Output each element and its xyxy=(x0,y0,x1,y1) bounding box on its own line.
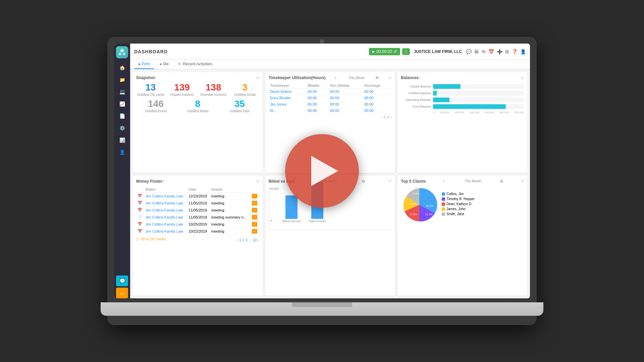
mf-action-button[interactable]: ⤢ xyxy=(252,215,257,220)
snapshot-expand-icon[interactable]: ⤢ xyxy=(256,76,259,80)
sidebar-icon-analytics[interactable]: 📊 xyxy=(116,135,128,145)
mf-row-matter[interactable]: Jim Collins-Family Law xyxy=(144,206,187,214)
money-finder-info-icon[interactable]: ℹ xyxy=(162,179,164,183)
sidebar-icon-chat[interactable]: 💬 xyxy=(116,276,128,286)
mf-row-matter[interactable]: Jim Collins-Family Law xyxy=(144,228,187,235)
snapshot-unbilled-notes[interactable]: 8 Unbilled Notes xyxy=(178,99,217,113)
tk-nonbillable[interactable]: 00:00 xyxy=(329,95,363,101)
snapshot-unbilled-task[interactable]: 35 Unbilled Task xyxy=(220,99,259,113)
mf-row-btn[interactable]: ⤢ xyxy=(251,228,259,235)
unbilled-event-value: 146 xyxy=(136,99,175,109)
timer-play-icon: ▶ xyxy=(372,50,375,53)
unbilled-email-label: Unbilled Email xyxy=(230,93,259,97)
sidebar-icon-chart[interactable]: 📈 xyxy=(116,99,128,109)
tab-recent[interactable]: ↻ Recent Activities xyxy=(174,60,216,69)
pg-3[interactable]: 3 xyxy=(246,238,248,242)
tk-billable[interactable]: 00:00 xyxy=(306,95,329,101)
mf-row-btn[interactable]: ⤢ xyxy=(251,221,259,228)
mf-row-matter[interactable]: Jim Collins-Family Law xyxy=(144,221,187,228)
bar-chart-settings-icon[interactable]: ⚙ xyxy=(362,179,365,184)
tab-firm[interactable]: ● Firm xyxy=(134,60,154,69)
tk-nocharge[interactable]: 00:00 xyxy=(363,101,391,108)
table-row: David Seltzer 00:00 00:00 00:00 xyxy=(269,88,392,95)
tk-billable[interactable]: 00:00 xyxy=(306,88,329,95)
calendar-icon[interactable]: 📅 xyxy=(488,49,494,54)
timekeeper-expand-icon[interactable]: ⤢ xyxy=(388,76,391,80)
timekeeper-table: Timekeeper Billable Non Billable Nocharg… xyxy=(269,83,392,114)
tab-me[interactable]: ● Me xyxy=(155,60,173,69)
overdue-inv-label: Overdue Invoices xyxy=(199,93,228,97)
svg-point-1 xyxy=(119,53,121,55)
mf-action-button[interactable]: ⤢ xyxy=(252,201,257,205)
tk-nonbillable[interactable]: 00:00 xyxy=(329,101,363,108)
mf-row-btn[interactable]: ⤢ xyxy=(251,192,259,199)
mf-action-button[interactable]: ⤢ xyxy=(252,194,257,198)
pg-10[interactable]: 10 xyxy=(253,238,257,242)
mf-row-matter[interactable]: Jim Collins-Family Law xyxy=(144,199,187,206)
balances-expand-icon[interactable]: ⤢ xyxy=(521,76,524,80)
tk-nonbillable[interactable]: 00:00 xyxy=(329,108,363,114)
tk-page-current: 1 xyxy=(387,115,389,119)
mf-row-btn[interactable]: ⤢ xyxy=(251,199,259,206)
sidebar-icon-settings[interactable]: ⚙️ xyxy=(116,123,128,133)
snapshot-unbilled-event[interactable]: 146 Unbilled Event xyxy=(136,99,175,113)
pg-1[interactable]: 1 xyxy=(239,238,241,242)
snapshot-unpaid-inv[interactable]: 139 Unpaid Invoices xyxy=(168,83,197,97)
mf-action-button[interactable]: ⤢ xyxy=(252,229,257,234)
sidebar-icon-documents[interactable]: 📄 xyxy=(116,111,128,121)
timekeeper-settings-icon[interactable]: ⚙ xyxy=(375,75,379,80)
tk-billable[interactable]: 00:00 xyxy=(306,101,329,108)
balance-row-unbilled: Unbilled Balance xyxy=(401,91,524,96)
add-icon[interactable]: ➕ xyxy=(497,49,502,54)
pg-prev[interactable]: ‹ xyxy=(237,238,238,242)
tk-page-1[interactable]: 1 xyxy=(384,115,386,119)
tk-nonbillable[interactable]: 00:00 xyxy=(329,88,363,95)
mf-row-matter[interactable]: Jim Collins-Family Law xyxy=(144,214,187,221)
snapshot-overdue-inv[interactable]: 138 Overdue Invoices xyxy=(199,83,228,97)
tk-nocharge[interactable]: 00:00 xyxy=(363,88,391,95)
grid-icon[interactable]: ⊞ xyxy=(505,49,509,54)
bank-icon[interactable]: 🏛 xyxy=(474,49,479,54)
bar-chart-expand-icon[interactable]: ⤢ xyxy=(388,179,391,183)
tk-billable[interactable]: 00:00 xyxy=(306,108,329,114)
balances-info-icon[interactable]: ℹ xyxy=(419,76,420,80)
snapshot-unbilled-email[interactable]: 3 Unbilled Email xyxy=(230,83,259,97)
mf-row-btn[interactable]: ⤢ xyxy=(251,206,259,214)
mf-row-btn[interactable]: ⤢ xyxy=(251,214,259,221)
chat-icon[interactable]: 💬 xyxy=(466,49,472,54)
mf-action-button[interactable]: ⤢ xyxy=(252,222,257,227)
top5-info-icon[interactable]: ℹ xyxy=(443,179,444,183)
tk-page-prev[interactable]: ‹ xyxy=(382,115,383,119)
legend-dot-james xyxy=(442,207,445,211)
tk-nocharge[interactable]: 00:00 xyxy=(363,95,391,101)
help-icon[interactable]: ❓ xyxy=(512,49,518,54)
app-logo[interactable] xyxy=(116,46,128,58)
snapshot-info-icon[interactable]: ℹ xyxy=(155,76,156,80)
sidebar-icon-laptop[interactable]: 💻 xyxy=(116,86,128,97)
mf-row-details: meeting xyxy=(210,221,251,228)
timekeeper-info-icon[interactable]: ℹ xyxy=(335,76,336,80)
pg-2[interactable]: 2 xyxy=(243,238,245,242)
sidebar-icon-files[interactable]: 📁 xyxy=(116,74,128,85)
snapshot-unbilled-te[interactable]: 13 Unbilled T/E cards xyxy=(136,83,165,97)
firm-button[interactable]: □ xyxy=(402,48,410,55)
money-finder-expand-icon[interactable]: ⤢ xyxy=(256,179,259,183)
col-nocharge: Nocharge xyxy=(363,83,391,88)
mf-row-icon: 📅 xyxy=(136,192,144,199)
tk-nocharge[interactable]: 00:00 xyxy=(363,108,391,114)
tk-page-next[interactable]: › xyxy=(390,115,391,119)
pg-next[interactable]: › xyxy=(258,238,259,242)
sidebar-icon-dashboard[interactable]: 🏠 xyxy=(116,62,128,73)
user-icon[interactable]: 👤 xyxy=(520,49,526,54)
top5-expand-icon[interactable]: ⤢ xyxy=(521,179,524,183)
mf-action-button[interactable]: ⤢ xyxy=(252,208,257,213)
play-button-overlay[interactable] xyxy=(285,134,359,208)
legend-label-james: James, John xyxy=(446,207,466,211)
mail-icon[interactable]: ✉ xyxy=(482,49,486,54)
sidebar-icon-thumbsup[interactable]: 👍 xyxy=(116,288,128,298)
sidebar-icon-users[interactable]: 👤 xyxy=(116,147,128,158)
mf-row-matter[interactable]: Jim Collins-Family Law xyxy=(144,192,187,199)
page-title: DASHBOARD xyxy=(134,49,168,54)
timer-display[interactable]: ▶ 00:00:02 ↺ xyxy=(369,48,400,55)
top5-settings-icon[interactable]: ⚙ xyxy=(500,179,503,184)
